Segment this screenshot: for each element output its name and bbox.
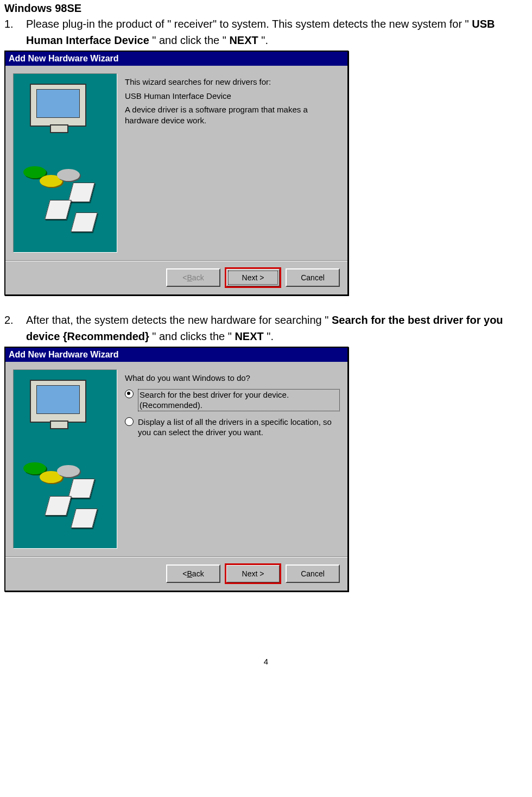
floppy-icon [45, 496, 72, 516]
next-button[interactable]: Next > [226, 564, 280, 583]
page-number: 4 [4, 657, 528, 666]
step-text: After that, the system detects the new h… [26, 312, 528, 344]
step-text: Please plug-in the product of " receiver… [26, 16, 528, 48]
step-2: 2. After that, the system detects the ne… [4, 312, 528, 344]
radio-icon [125, 390, 134, 398]
floppy-icon [68, 183, 95, 202]
radio-label: Display a list of all the drivers in a s… [138, 417, 340, 438]
button-accel: B [187, 273, 192, 282]
button-label: Cancel [301, 273, 325, 282]
button-label: < [182, 273, 187, 282]
monitor-icon [30, 380, 86, 423]
wizard-button-bar: < Back Next > Cancel [5, 260, 347, 294]
text: " and clicks the " [149, 330, 235, 342]
window-title: Add New Hardware Wizard [5, 348, 347, 362]
back-button[interactable]: < Back [166, 268, 220, 287]
detected-device-name: USB Human Interface Device [125, 91, 340, 102]
section-heading: Windows 98SE [4, 2, 528, 15]
wizard-screenshot-2: Add New Hardware Wizard What do you want… [4, 347, 349, 592]
radio-icon [125, 417, 134, 426]
button-label: Next > [242, 569, 264, 578]
window-title: Add New Hardware Wizard [5, 52, 347, 66]
button-label: ack [192, 273, 204, 282]
text: ". [258, 34, 268, 46]
floppy-icon [68, 479, 95, 498]
text: " and click the " [149, 34, 230, 46]
wizard-side-graphic [13, 73, 117, 253]
button-label: < [182, 569, 187, 578]
step-1: 1. Please plug-in the product of " recei… [4, 16, 528, 48]
cd-icon [57, 465, 80, 477]
button-label: ack [192, 569, 204, 578]
wizard-button-bar: < Back Next > Cancel [5, 556, 347, 591]
radio-option-recommended[interactable]: Search for the best driver for your devi… [125, 389, 340, 411]
wizard-question: What do you want Windows to do? [125, 373, 340, 384]
floppy-icon [71, 509, 98, 528]
floppy-icon [71, 212, 98, 232]
text: ". [264, 330, 274, 342]
back-button[interactable]: < Back [166, 564, 220, 583]
monitor-icon [30, 84, 86, 127]
text: Please plug-in the product of " receiver… [26, 18, 472, 30]
wizard-content: What do you want Windows to do? Search f… [125, 369, 340, 549]
wizard-intro-text: This wizard searches for new drivers for… [125, 77, 340, 87]
floppy-icon [45, 200, 72, 219]
button-label: Cancel [301, 569, 325, 578]
emphasis: NEXT [235, 330, 263, 342]
radio-option-list[interactable]: Display a list of all the drivers in a s… [125, 417, 340, 438]
wizard-side-graphic [13, 369, 117, 549]
cd-icon [57, 169, 80, 181]
emphasis: NEXT [229, 34, 258, 46]
step-number: 1. [4, 16, 26, 48]
text: After that, the system detects the new h… [26, 314, 332, 326]
wizard-description: A device driver is a software program th… [125, 104, 340, 125]
next-button[interactable]: Next > [226, 268, 280, 287]
step-number: 2. [4, 312, 26, 344]
radio-label: Search for the best driver for your devi… [138, 389, 340, 411]
cancel-button[interactable]: Cancel [286, 564, 340, 583]
button-label: Next > [242, 273, 264, 282]
wizard-screenshot-1: Add New Hardware Wizard This wizard sear… [4, 51, 349, 296]
wizard-content: This wizard searches for new drivers for… [125, 73, 340, 253]
button-accel: B [187, 569, 192, 578]
cancel-button[interactable]: Cancel [286, 268, 340, 287]
